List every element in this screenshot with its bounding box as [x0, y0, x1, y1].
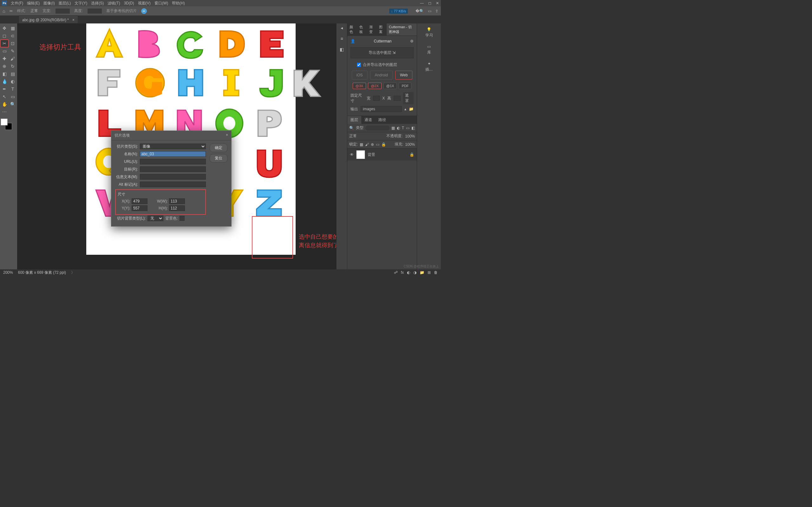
dialog-close-icon[interactable]: ×	[226, 133, 228, 138]
filter-smart-icon[interactable]: ◧	[411, 126, 415, 130]
slice-alt-input[interactable]	[140, 181, 206, 187]
marquee-tool[interactable]: ◻	[1, 32, 8, 39]
slice-tool[interactable]: ✂	[1, 40, 8, 47]
visibility-icon[interactable]: 👁	[350, 153, 354, 157]
menu-file[interactable]: 文件(F)	[11, 1, 23, 6]
bg-type-select[interactable]: 无	[148, 216, 163, 221]
group-icon[interactable]: 📁	[420, 270, 424, 275]
link-icon[interactable]: ☍	[394, 270, 398, 275]
window-restore-icon[interactable]: ◻	[428, 1, 432, 5]
eraser-tool[interactable]: ◧	[1, 70, 8, 77]
search-icon[interactable]: �🔍	[415, 9, 424, 13]
lock-transparent-icon[interactable]: ▦	[360, 142, 363, 147]
scale-3x[interactable]: @3X	[353, 83, 366, 89]
lock-all-icon[interactable]: 🔒	[381, 142, 386, 147]
slice-name-input[interactable]	[140, 151, 206, 157]
w-input[interactable]	[169, 199, 185, 204]
y-input[interactable]	[132, 205, 148, 211]
mask-button[interactable]: 遮罩	[403, 92, 414, 104]
plugin-button[interactable]: ✦插…	[425, 61, 433, 72]
history-panel-icon[interactable]: ≡	[340, 36, 343, 41]
move-tool[interactable]: ✥	[1, 25, 8, 32]
blend-mode[interactable]: 正常	[349, 133, 357, 139]
fixed-h-input[interactable]	[394, 96, 401, 101]
slice-target-input[interactable]	[140, 166, 206, 172]
scale-1x[interactable]: @1X	[384, 83, 397, 89]
tab-pattern[interactable]: 图案	[377, 23, 387, 36]
filter-shape-icon[interactable]: ▭	[406, 126, 409, 130]
lock-artboard-icon[interactable]: ▭	[376, 142, 379, 147]
slice-message-input[interactable]	[140, 174, 206, 180]
filter-type-icon[interactable]: T	[402, 126, 404, 130]
window-minimize-icon[interactable]: —	[420, 1, 424, 5]
adjustment-icon[interactable]: ◑	[413, 270, 416, 275]
shape-tool[interactable]: ▭	[9, 93, 16, 100]
menu-window[interactable]: 窗口(W)	[154, 1, 168, 6]
ok-button[interactable]: 确定	[210, 144, 227, 152]
menu-type[interactable]: 文字(Y)	[74, 1, 87, 6]
tab-layers[interactable]: 图层	[347, 116, 361, 124]
slice-tool-icon[interactable]: ✂	[9, 9, 13, 13]
guide-slice-button[interactable]: 基于参考线的切片	[106, 8, 137, 14]
library-button[interactable]: ▭库	[427, 44, 431, 55]
height-input[interactable]	[88, 9, 102, 14]
tab-color[interactable]: 颜色	[347, 23, 357, 36]
platform-web[interactable]: Web	[395, 71, 412, 79]
artboard-tool[interactable]: ▦	[9, 25, 16, 32]
opacity-value[interactable]: 100%	[405, 134, 415, 138]
bg-color-swatch[interactable]	[180, 216, 185, 221]
scale-pdf[interactable]: PDF	[399, 83, 411, 89]
layer-search-input[interactable]	[365, 125, 390, 130]
chevron-up-icon[interactable]: ▴	[404, 107, 406, 111]
menu-select[interactable]: 选择(S)	[91, 1, 104, 6]
slice-type-select[interactable]: 图像	[140, 144, 206, 149]
stamp-tool[interactable]: ⊕	[1, 63, 8, 70]
hand-tool[interactable]: ✋	[1, 101, 8, 108]
export-button[interactable]: 导出选中图层 ⇲	[351, 47, 414, 58]
type-tool[interactable]: T	[9, 86, 16, 93]
tab-channels[interactable]: 通道	[361, 116, 375, 124]
chevron-left-icon[interactable]: ◂	[341, 25, 343, 31]
learn-button[interactable]: 💡学习	[425, 27, 433, 38]
properties-panel-icon[interactable]: ◧	[340, 47, 344, 52]
filter-pixel-icon[interactable]: ▦	[392, 126, 395, 130]
gradient-tool[interactable]: ▤	[9, 70, 16, 77]
platform-android[interactable]: Android	[370, 71, 393, 79]
new-layer-icon[interactable]: ⊞	[427, 270, 431, 275]
workspace-icon[interactable]: ▭	[428, 9, 432, 13]
menu-3d[interactable]: 3D(D)	[124, 1, 134, 5]
folder-icon[interactable]: 📁	[409, 107, 414, 111]
gear-icon[interactable]: ⚙	[410, 39, 414, 43]
canvas-area[interactable]: 选择切片工具 选中自己想要的内容，然后双击，宽高和精灵图要移动的距离信息就得到了…	[17, 23, 336, 269]
reset-button[interactable]: 复位	[210, 154, 227, 163]
lasso-tool[interactable]: ⊂	[9, 32, 16, 39]
output-path[interactable]: images	[361, 106, 402, 112]
slice-url-input[interactable]	[140, 159, 206, 164]
user-icon[interactable]: 👤	[351, 39, 355, 43]
crop-tool[interactable]: ⊡	[9, 40, 16, 47]
x-input[interactable]	[132, 199, 148, 204]
chevron-right-icon[interactable]: 〉	[71, 270, 75, 275]
lock-position-icon[interactable]: ⊕	[371, 142, 374, 147]
filter-adjust-icon[interactable]: ◐	[397, 126, 400, 130]
heal-tool[interactable]: ✚	[1, 55, 8, 62]
edit-toolbar[interactable]: ⋯	[1, 108, 8, 115]
layer-background[interactable]: 👁 背景 🔒	[347, 149, 417, 161]
tab-gradient[interactable]: 渐变	[367, 23, 377, 36]
menu-help[interactable]: 帮助(H)	[172, 1, 185, 6]
scale-2x[interactable]: @2X	[368, 83, 382, 89]
window-close-icon[interactable]: ✕	[436, 1, 439, 5]
blur-tool[interactable]: 💧	[1, 78, 8, 85]
share-icon[interactable]: ⇪	[435, 9, 438, 13]
pen-tool[interactable]: ✒	[1, 86, 8, 93]
h-input[interactable]	[169, 205, 185, 211]
mask-icon[interactable]: ◐	[407, 270, 410, 275]
style-value[interactable]: 正常	[31, 8, 38, 14]
filter-kind[interactable]: 类型	[356, 125, 363, 130]
zoom-level[interactable]: 200%	[3, 270, 13, 275]
path-tool[interactable]: ↖	[1, 93, 8, 100]
slice-selection[interactable]	[252, 216, 293, 259]
eyedropper-tool[interactable]: ✎	[9, 48, 16, 55]
fill-value[interactable]: 100%	[405, 142, 415, 147]
brush-tool[interactable]: 🖌	[9, 55, 16, 62]
